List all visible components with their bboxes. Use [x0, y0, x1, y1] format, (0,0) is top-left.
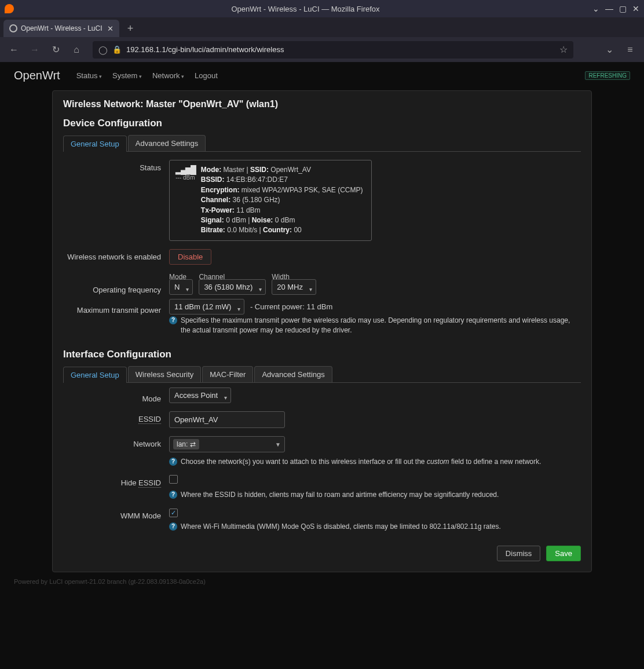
modal-footer: Dismiss Save: [63, 546, 581, 561]
new-tab-button[interactable]: +: [122, 20, 139, 37]
select-freq-channel[interactable]: 36 (5180 Mhz): [199, 279, 266, 295]
hamburger-menu-icon[interactable]: ≡: [622, 42, 638, 58]
status-details: Mode: Master | SSID: OpenWrt_AV BSSID: 1…: [201, 165, 363, 236]
device-tabs: General Setup Advanced Settings: [63, 135, 581, 152]
select-network[interactable]: lan: ⇄ ▼: [169, 436, 285, 452]
shield-icon: ◯: [98, 45, 108, 54]
tab-close-icon[interactable]: ✕: [107, 24, 114, 33]
browser-tab[interactable]: OpenWrt - Wireless - LuCI ✕: [3, 20, 119, 37]
iface-tab-macfilter[interactable]: MAC-Filter: [202, 366, 253, 382]
label-operating-frequency: Operating frequency: [63, 273, 169, 294]
address-box[interactable]: ◯ 🔒 192.168.1.1/cgi-bin/luci/admin/netwo…: [93, 41, 573, 59]
iface-tabs: General Setup Wireless Security MAC-Filt…: [63, 366, 581, 383]
row-mode: Mode Access Point: [63, 391, 581, 403]
window-minimize-icon[interactable]: —: [605, 4, 613, 13]
label-network: Network: [63, 436, 169, 448]
iface-tab-general[interactable]: General Setup: [63, 367, 127, 383]
label-mode: Mode: [63, 391, 169, 403]
iface-tab-security[interactable]: Wireless Security: [128, 366, 201, 382]
save-button[interactable]: Save: [546, 546, 581, 561]
firefox-icon: [5, 4, 14, 13]
device-tab-general[interactable]: General Setup: [63, 136, 127, 152]
pocket-icon[interactable]: ⌄: [601, 42, 617, 58]
signal-indicator: ▂▄▆█ --- dBm: [175, 165, 195, 236]
bookmark-star-icon[interactable]: ☆: [559, 44, 568, 55]
help-icon: ?: [169, 491, 177, 499]
modal-title: Wireless Network: Master "OpenWrt_AV" (w…: [63, 99, 581, 109]
label-essid: ESSID: [63, 411, 169, 423]
help-icon: ?: [169, 316, 177, 324]
signal-bars-icon: ▂▄▆█: [175, 165, 195, 174]
row-status: Status ▂▄▆█ --- dBm Mode: Master | SSID:…: [63, 160, 581, 241]
tx-power-current: - Current power: 11 dBm: [250, 302, 332, 311]
help-wmm: ? Where Wi-Fi Multimedia (WMM) Mode QoS …: [169, 522, 581, 532]
label-hide-essid: Hide ESSID: [63, 475, 169, 487]
help-icon: ?: [169, 522, 177, 531]
home-button[interactable]: ⌂: [68, 42, 85, 58]
page-content: OpenWrt Status System Network Logout REF…: [0, 63, 644, 669]
window-more-icon[interactable]: ⌄: [592, 4, 599, 13]
signal-dbm: --- dBm: [175, 174, 195, 181]
brand[interactable]: OpenWrt: [14, 69, 60, 82]
dismiss-button[interactable]: Dismiss: [497, 546, 541, 561]
help-hide-essid: ? Where the ESSID is hidden, clients may…: [169, 490, 581, 500]
refreshing-badge: REFRESHING: [585, 71, 630, 80]
label-enable: Wireless network is enabled: [63, 249, 169, 261]
row-essid: ESSID: [63, 411, 581, 428]
url-bar: ← → ↻ ⌂ ◯ 🔒 192.168.1.1/cgi-bin/luci/adm…: [0, 37, 644, 63]
footer-text: Powered by LuCI openwrt-21.02 branch (gt…: [0, 578, 644, 585]
row-hide-essid: Hide ESSID ? Where the ESSID is hidden, …: [63, 475, 581, 500]
checkbox-hide-essid[interactable]: [169, 475, 178, 484]
label-status: Status: [63, 160, 169, 172]
window-controls: ⌄ — ▢ ✕: [592, 4, 639, 13]
iface-section-title: Interface Configuration: [63, 349, 581, 360]
tab-title: OpenWrt - Wireless - LuCI: [21, 24, 102, 32]
help-tx-power: ? Specifies the maximum transmit power t…: [169, 316, 581, 335]
tab-favicon-icon: [9, 24, 17, 32]
select-freq-mode[interactable]: N: [169, 279, 193, 295]
lock-insecure-icon: 🔒: [112, 45, 122, 54]
select-freq-width[interactable]: 20 MHz: [272, 279, 316, 295]
back-button[interactable]: ←: [6, 42, 22, 58]
iface-tab-advanced[interactable]: Advanced Settings: [254, 366, 332, 382]
select-tx-power[interactable]: 11 dBm (12 mW): [169, 299, 244, 315]
input-essid[interactable]: [169, 411, 285, 428]
window-maximize-icon[interactable]: ▢: [619, 4, 627, 13]
url-text: 192.168.1.1/cgi-bin/luci/admin/network/w…: [126, 45, 284, 54]
row-network: Network lan: ⇄ ▼ ? Choose the network(s)…: [63, 436, 581, 467]
disable-button[interactable]: Disable: [169, 249, 211, 265]
nav-logout[interactable]: Logout: [195, 71, 218, 80]
nav-system[interactable]: System: [112, 71, 142, 80]
select-mode[interactable]: Access Point: [169, 387, 231, 403]
tab-bar: OpenWrt - Wireless - LuCI ✕ +: [0, 17, 644, 37]
device-tab-advanced[interactable]: Advanced Settings: [128, 135, 206, 151]
row-wmm: WMM Mode ✓ ? Where Wi-Fi Multimedia (WMM…: [63, 508, 581, 532]
status-box: ▂▄▆█ --- dBm Mode: Master | SSID: OpenWr…: [169, 160, 372, 241]
chevron-down-icon: ▼: [275, 441, 281, 448]
network-tag-lan: lan: ⇄: [173, 439, 199, 449]
nav-network[interactable]: Network: [152, 71, 184, 80]
nav-status[interactable]: Status: [76, 71, 102, 80]
checkbox-wmm[interactable]: ✓: [169, 509, 178, 517]
window-title: OpenWrt - Wireless - LuCI — Mozilla Fire…: [19, 5, 592, 13]
modal: Wireless Network: Master "OpenWrt_AV" (w…: [52, 90, 592, 572]
row-enable: Wireless network is enabled Disable: [63, 249, 581, 265]
row-max-tx-power: Maximum transmit power 11 dBm (12 mW) - …: [63, 302, 581, 335]
help-network: ? Choose the network(s) you want to atta…: [169, 457, 581, 467]
help-icon: ?: [169, 458, 177, 466]
label-wmm: WMM Mode: [63, 508, 169, 520]
reload-button[interactable]: ↻: [47, 42, 64, 58]
forward-button[interactable]: →: [27, 42, 43, 58]
bridge-icon: ⇄: [190, 440, 196, 448]
row-operating-frequency: Operating frequency Mode N Channel 36 (5…: [63, 273, 581, 294]
window-titlebar: OpenWrt - Wireless - LuCI — Mozilla Fire…: [0, 0, 644, 17]
label-max-tx-power: Maximum transmit power: [63, 302, 169, 315]
window-close-icon[interactable]: ✕: [632, 4, 639, 13]
top-nav: OpenWrt Status System Network Logout REF…: [0, 63, 644, 88]
device-section-title: Device Configuration: [63, 118, 581, 129]
